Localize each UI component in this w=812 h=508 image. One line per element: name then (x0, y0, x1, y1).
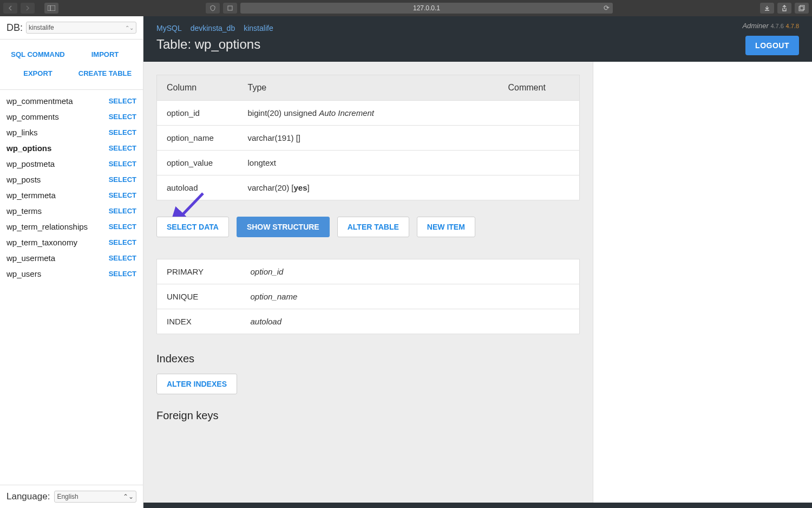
breadcrumb-link[interactable]: devkinsta_db (191, 24, 235, 32)
table-select-link[interactable]: SELECT (109, 223, 136, 231)
chevron-updown-icon: ⌃⌄ (123, 493, 134, 500)
brand-name: Adminer (742, 22, 768, 30)
new-item-button[interactable]: NEW ITEM (417, 217, 475, 237)
foreign-keys-heading: Foreign keys (156, 409, 580, 422)
breadcrumb-link[interactable]: kinstalife (244, 24, 273, 32)
import-link[interactable]: IMPORT (71, 45, 139, 64)
index-type: UNIQUE (157, 284, 241, 309)
table-select-link[interactable]: SELECT (109, 144, 136, 152)
brand-badge: Adminer 4.7.6 4.7.8 (742, 22, 799, 30)
svg-rect-3 (799, 6, 803, 11)
download-icon[interactable] (760, 3, 774, 14)
table-row: wp_postmetaSELECT (0, 156, 143, 172)
table-name-link[interactable]: wp_terms (6, 206, 42, 216)
column-type: bigint(20) unsigned Auto Increment (238, 101, 499, 126)
page-header: Adminer 4.7.6 4.7.8 MySQLdevkinsta_dbkin… (143, 16, 812, 62)
index-type: INDEX (157, 309, 241, 334)
table-row: wp_term_taxonomySELECT (0, 235, 143, 250)
sql-command-link[interactable]: SQL COMMAND (4, 45, 71, 64)
language-select[interactable]: English ⌃⌄ (54, 491, 136, 503)
export-link[interactable]: EXPORT (4, 64, 71, 83)
svg-rect-0 (48, 5, 55, 11)
index-row: PRIMARYoption_id (157, 259, 580, 284)
language-row: Language: English ⌃⌄ (0, 485, 143, 508)
table-name-link[interactable]: wp_term_taxonomy (6, 238, 77, 247)
select-data-button[interactable]: SELECT DATA (156, 217, 229, 237)
url-text: 127.0.0.1 (413, 4, 440, 12)
brand-version: 4.7.6 (770, 23, 783, 29)
shield-icon[interactable] (206, 3, 220, 14)
show-structure-button[interactable]: SHOW STRUCTURE (237, 217, 330, 237)
table-select-link[interactable]: SELECT (109, 113, 136, 121)
table-select-link[interactable]: SELECT (109, 191, 136, 199)
table-row: wp_linksSELECT (0, 125, 143, 140)
col-header-comment: Comment (499, 75, 580, 101)
column-comment (499, 175, 580, 200)
main: Adminer 4.7.6 4.7.8 MySQLdevkinsta_dbkin… (143, 16, 812, 508)
table-row: wp_commentsSELECT (0, 109, 143, 125)
table-select-link[interactable]: SELECT (109, 238, 136, 246)
chevron-updown-icon: ⌃⌄ (125, 25, 134, 31)
url-bar[interactable]: 127.0.0.1 ⟳ (240, 3, 613, 14)
table-name-link[interactable]: wp_posts (6, 175, 41, 184)
table-name-link[interactable]: wp_options (6, 144, 51, 153)
page-title: Table: wp_options (156, 37, 799, 52)
back-button[interactable] (3, 3, 17, 14)
table-name-link[interactable]: wp_postmeta (6, 159, 55, 168)
language-label: Language: (6, 491, 50, 502)
privacy-icon[interactable] (223, 3, 237, 14)
svg-rect-2 (228, 6, 232, 10)
table-select-link[interactable]: SELECT (109, 254, 136, 262)
db-select-value: kinstalife (29, 24, 54, 31)
column-comment (499, 151, 580, 175)
col-header-column: Column (157, 75, 238, 101)
table-name-link[interactable]: wp_commentmeta (6, 96, 73, 106)
right-pane (593, 62, 812, 503)
table-row: wp_termmetaSELECT (0, 187, 143, 203)
indexes-table: PRIMARYoption_idUNIQUEoption_nameINDEXau… (156, 259, 580, 334)
reload-icon[interactable]: ⟳ (604, 4, 610, 12)
table-select-link[interactable]: SELECT (109, 128, 136, 136)
table-name-link[interactable]: wp_links (6, 128, 38, 137)
table-select-link[interactable]: SELECT (109, 175, 136, 184)
column-comment (499, 101, 580, 126)
share-icon[interactable] (777, 3, 791, 14)
column-row: autoloadvarchar(20) [yes] (157, 175, 580, 200)
sidebar-actions: SQL COMMAND IMPORT EXPORT CREATE TABLE (0, 40, 143, 90)
table-row: wp_termsSELECT (0, 203, 143, 219)
action-buttons: SELECT DATA SHOW STRUCTURE ALTER TABLE N… (156, 217, 580, 237)
footer-bar (143, 503, 812, 508)
logout-button[interactable]: LOGOUT (745, 36, 799, 55)
table-name-link[interactable]: wp_usermeta (6, 253, 55, 263)
breadcrumb: MySQLdevkinsta_dbkinstalife (156, 24, 799, 32)
table-select-link[interactable]: SELECT (109, 97, 136, 105)
sidebar-toggle-button[interactable] (44, 3, 58, 14)
table-select-link[interactable]: SELECT (109, 207, 136, 215)
table-row: wp_usermetaSELECT (0, 250, 143, 266)
index-type: PRIMARY (157, 259, 241, 284)
db-label: DB: (6, 22, 23, 34)
tabs-icon[interactable] (795, 3, 809, 14)
breadcrumb-link[interactable]: MySQL (156, 24, 182, 32)
index-columns: autoload (241, 309, 580, 334)
table-name-link[interactable]: wp_users (6, 269, 41, 278)
table-name-link[interactable]: wp_term_relationships (6, 222, 88, 231)
alter-table-button[interactable]: ALTER TABLE (337, 217, 409, 237)
column-name: option_value (157, 151, 238, 175)
table-name-link[interactable]: wp_termmeta (6, 191, 56, 200)
forward-button[interactable] (21, 3, 35, 14)
indexes-heading: Indexes (156, 353, 580, 365)
table-select-link[interactable]: SELECT (109, 160, 136, 168)
table-row: wp_postsSELECT (0, 172, 143, 187)
column-type: varchar(20) [yes] (238, 175, 499, 200)
column-row: option_namevarchar(191) [] (157, 126, 580, 151)
db-select[interactable]: kinstalife ⌃⌄ (26, 22, 136, 34)
table-name-link[interactable]: wp_comments (6, 112, 59, 121)
create-table-link[interactable]: CREATE TABLE (71, 64, 139, 83)
alter-indexes-button[interactable]: ALTER INDEXES (156, 374, 237, 394)
table-select-link[interactable]: SELECT (109, 270, 136, 278)
index-row: UNIQUEoption_name (157, 284, 580, 309)
language-value: English (57, 493, 78, 500)
columns-table: Column Type Comment option_idbigint(20) … (156, 75, 580, 200)
col-header-type: Type (238, 75, 499, 101)
